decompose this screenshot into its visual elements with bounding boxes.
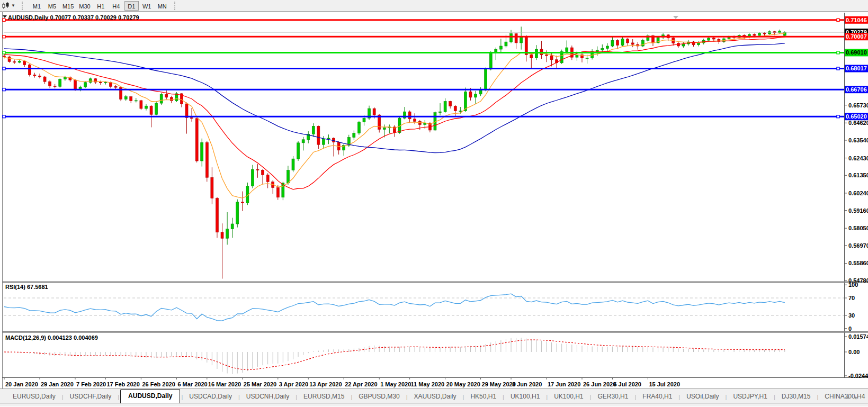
timeframe-button-m5[interactable]: M5 (45, 1, 59, 11)
candlestick-layer (3, 26, 786, 278)
symbol-tab-usdchf-daily[interactable]: USDCHF,Daily (64, 390, 118, 403)
tab-scroll-right-icon[interactable]: ► (854, 395, 863, 400)
candle-body (535, 49, 538, 58)
macd-indicator-label: MACD(12,26,9) 0.004123 0.004069 (5, 334, 98, 341)
hline-left-handle[interactable] (3, 88, 5, 91)
candle-body (312, 126, 315, 134)
date-axis-label: 3 Apr 2020 (279, 381, 308, 387)
chart-menu-arrow-icon[interactable] (3, 15, 7, 18)
candle-body (145, 106, 147, 108)
candle-body (611, 40, 614, 46)
rsi-axis-label: 70 (848, 295, 855, 301)
symbol-period-label: AUDUSD,Daily (8, 14, 48, 21)
candle-body (753, 34, 756, 35)
date-axis-label: 17 Jun 2020 (548, 381, 580, 387)
candle-body (292, 159, 294, 170)
hline-left-handle[interactable] (3, 19, 5, 21)
candle-body (576, 55, 578, 58)
macd-axis-label: 0.00 (848, 349, 860, 355)
hline-right-handle[interactable] (837, 19, 839, 21)
tab-scroll-left-icon[interactable]: ◄ (845, 395, 854, 400)
candle-body (621, 39, 624, 45)
svg-text:0.68017: 0.68017 (846, 65, 867, 71)
price-axis-label: 0.55860 (848, 260, 868, 266)
hline-left-handle[interactable] (3, 67, 5, 70)
symbol-tab-uk100-h1[interactable]: UK100,H1 (504, 390, 546, 403)
price-axis-label: 0.63540 (848, 137, 868, 143)
timeframe-button-m1[interactable]: M1 (30, 1, 44, 11)
svg-text:0.66706: 0.66706 (846, 86, 867, 93)
symbol-tab-gbpusd-m30[interactable]: GBPUSD,M30 (352, 390, 406, 403)
candle-body (262, 170, 264, 175)
chart-canvas[interactable]: 0.657300.646200.635400.624300.613500.602… (0, 12, 868, 388)
hline-left-handle[interactable] (3, 51, 5, 54)
timeframe-button-mn[interactable]: MN (155, 1, 169, 11)
status-strip (0, 403, 868, 406)
candle-body (53, 86, 56, 87)
candle-body (485, 69, 487, 90)
candle-body (627, 39, 629, 43)
symbol-tab-usoil-daily[interactable]: USOil,Daily (680, 390, 725, 403)
candle-body (64, 77, 66, 79)
candle-body (130, 97, 132, 101)
macd-histogram (4, 338, 785, 374)
candle-body (449, 101, 452, 106)
candle-body (165, 94, 168, 97)
timeframe-button-m30[interactable]: M30 (77, 1, 92, 11)
candle-body (49, 82, 51, 86)
hline-right-handle[interactable] (837, 67, 839, 70)
candle-body (383, 128, 386, 129)
candle-body (276, 188, 279, 197)
candle-body (783, 32, 786, 35)
candle-body (317, 126, 320, 144)
candle-body (302, 140, 305, 143)
timeframe-button-h4[interactable]: H4 (109, 1, 123, 11)
hline-left-handle[interactable] (3, 115, 5, 118)
candle-body (241, 202, 244, 203)
symbol-tab-hk50-h1[interactable]: HK50,H1 (464, 390, 503, 403)
candle-body (459, 111, 462, 112)
timeframe-button-w1[interactable]: W1 (140, 1, 154, 11)
candle-body (510, 34, 513, 42)
symbol-tab-usdcad-daily[interactable]: USDCAD,Daily (183, 390, 238, 403)
candle-body (408, 112, 411, 119)
date-axis-label: 15 Jul 2020 (649, 381, 680, 387)
symbol-tab-usdcnh-daily[interactable]: USDCNH,Daily (240, 390, 296, 403)
date-axis-label: 22 Apr 2020 (345, 381, 377, 387)
candle-body (160, 94, 163, 103)
candle-body (84, 83, 87, 87)
candle-body (616, 40, 619, 45)
candle-body (236, 202, 239, 224)
symbol-tab-eurusd-m15[interactable]: EURUSD,M15 (297, 390, 351, 403)
symbol-tab-fra40-h1[interactable]: FRA40,H1 (636, 390, 678, 403)
timeframe-button-h1[interactable]: H1 (94, 1, 108, 11)
symbol-tab-uk100-h1[interactable]: UK100,H1 (548, 390, 589, 403)
candle-body (682, 44, 685, 46)
symbol-tab-dj30-m15[interactable]: DJ30,M15 (775, 390, 817, 403)
chart-type-icon[interactable]: ▼ (0, 1, 17, 11)
svg-text:0.65020: 0.65020 (846, 113, 867, 120)
candle-body (89, 79, 92, 83)
candle-body (23, 61, 26, 65)
macd-signal-line (4, 340, 785, 370)
candle-body (712, 38, 715, 39)
symbol-tab-ger30-h1[interactable]: GER30,H1 (591, 390, 634, 403)
symbol-tab-xauusd-daily[interactable]: XAUUSD,Daily (408, 390, 463, 403)
tab-separator: | (118, 394, 119, 403)
symbol-tab-usdjpy-h1[interactable]: USDJPY,H1 (727, 390, 773, 403)
symbol-tab-audusd-daily[interactable]: AUDUSD,Daily (120, 389, 180, 403)
timeframe-button-d1[interactable]: D1 (124, 1, 139, 11)
candle-body (155, 103, 158, 114)
tab-scroll-arrows[interactable]: ◄► (845, 395, 863, 400)
price-axis-label: 0.59160 (848, 207, 868, 214)
candle-body (59, 79, 61, 87)
candle-body (18, 61, 21, 62)
hline-right-handle[interactable] (837, 51, 839, 54)
timeframe-button-m15[interactable]: M15 (60, 1, 76, 11)
symbol-tab-eurusd-daily[interactable]: EURUSD,Daily (6, 390, 62, 403)
candle-body (475, 94, 477, 97)
candle-body (297, 143, 300, 159)
hline-right-handle[interactable] (837, 115, 839, 118)
date-axis-label: 7 Feb 2020 (76, 381, 106, 387)
hline-left-handle[interactable] (3, 35, 5, 38)
